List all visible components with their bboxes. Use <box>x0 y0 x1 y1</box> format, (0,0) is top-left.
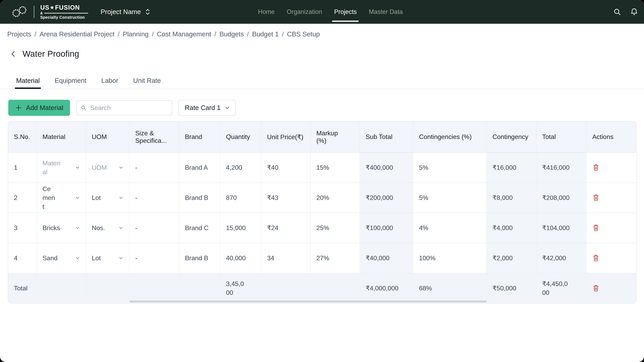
nav-item-label: Projects <box>334 8 356 15</box>
nav-item-label: Master Data <box>369 8 403 15</box>
cell-total: ₹208,000 <box>536 183 586 213</box>
tab-equipment[interactable]: Equipment <box>53 77 88 89</box>
uom-select-value: Lot <box>92 254 100 263</box>
delete-row-button[interactable] <box>592 224 600 232</box>
breadcrumb-arena-residential-project[interactable]: Arena Residential Project <box>40 30 114 38</box>
cell-quantity: 40,000 <box>220 243 261 273</box>
tab-material[interactable]: Material <box>15 77 41 89</box>
cell-actions <box>586 183 636 213</box>
unfold-chevrons-icon <box>145 9 150 15</box>
horizontal-scrollbar[interactable] <box>130 301 486 303</box>
cell-total: ₹416,000 <box>536 152 586 183</box>
add-material-label: Add Material <box>26 104 63 112</box>
cell-contingencies-pct: 5% <box>413 152 486 183</box>
nav-item-master-data[interactable]: Master Data <box>369 0 403 24</box>
nav-item-projects[interactable]: Projects <box>334 0 356 24</box>
col-header-material: Material <box>37 121 86 152</box>
cell-contingency: ₹4,000 <box>486 213 536 243</box>
infinity-dots-logo-icon <box>11 6 28 18</box>
total-quantity: 3,45,000 <box>220 273 261 303</box>
breadcrumb-budgets[interactable]: Budgets <box>219 30 244 38</box>
col-header-markup: Markup (%) <box>310 121 360 152</box>
breadcrumb-planning[interactable]: Planning <box>123 30 148 38</box>
cell-sub-total: ₹40,000 <box>360 243 413 273</box>
chevron-down-icon <box>75 255 80 261</box>
app-window: US ★ FUSION & Specialty Construction Pro… <box>0 0 644 362</box>
breadcrumb-cost-management[interactable]: Cost Management <box>157 30 211 38</box>
cell-sub-total: ₹100,000 <box>360 213 413 243</box>
trash-icon <box>592 224 600 232</box>
nav-item-home[interactable]: Home <box>258 0 275 24</box>
cell-sno: 3 <box>8 213 37 243</box>
tab-labor[interactable]: Labor <box>100 77 119 89</box>
trash-icon <box>592 254 600 262</box>
material-select[interactable]: Sand <box>42 254 80 263</box>
material-select[interactable]: Material <box>42 159 80 176</box>
material-select-value: Material <box>42 159 62 176</box>
nav-item-organization[interactable]: Organization <box>287 0 322 24</box>
uom-select[interactable]: Lot <box>92 193 124 202</box>
cell-markup: 27% <box>310 243 360 273</box>
breadcrumb-separator: / <box>247 30 249 38</box>
brand-ampersand: & <box>40 11 43 15</box>
delete-row-button[interactable] <box>592 194 600 202</box>
delete-row-button[interactable] <box>592 254 600 262</box>
cell-size: - <box>130 213 179 243</box>
tab-bar: Material Equipment Labor Unit Rate <box>0 77 644 89</box>
breadcrumb-separator: / <box>118 30 120 38</box>
breadcrumb-separator: / <box>152 30 154 38</box>
total-unit-price-empty <box>261 273 310 303</box>
total-markup-empty <box>310 273 360 303</box>
cell-contingencies-pct: 5% <box>413 183 486 213</box>
col-header-uom: UOM <box>86 121 130 152</box>
trash-icon <box>592 284 600 292</box>
total-contingencies-pct: 68% <box>413 273 486 303</box>
project-selector[interactable]: Project Name <box>100 8 150 16</box>
top-nav: US ★ FUSION & Specialty Construction Pro… <box>0 0 644 24</box>
materials-table: S.No. Material UOM Size & Specifica... B… <box>8 121 636 304</box>
breadcrumb: Projects / Arena Residential Project / P… <box>0 24 644 38</box>
delete-row-button[interactable] <box>592 284 600 292</box>
notifications-button[interactable] <box>629 6 640 17</box>
col-header-contingencies-pct: Contingencies (%) <box>413 121 486 152</box>
search-input[interactable] <box>90 104 168 112</box>
toolbar: Add Material Rate Card 1 <box>0 100 644 116</box>
material-select[interactable]: Bricks <box>42 223 80 232</box>
add-material-button[interactable]: Add Material <box>8 100 70 116</box>
col-header-total: Total <box>536 121 586 152</box>
col-header-brand: Brand <box>179 121 220 152</box>
chevron-down-icon <box>224 105 230 111</box>
material-select[interactable]: Cement <box>42 184 80 211</box>
cell-material: Cement <box>37 183 86 213</box>
total-actions <box>586 273 636 303</box>
chevron-down-icon <box>75 165 80 170</box>
tab-unit-rate[interactable]: Unit Rate <box>132 77 162 89</box>
brand-right: FUSION <box>55 4 80 11</box>
breadcrumb-projects[interactable]: Projects <box>7 30 31 38</box>
search-icon <box>80 104 86 111</box>
cell-sno: 2 <box>8 183 37 213</box>
active-nav-underline <box>332 20 359 22</box>
back-button[interactable] <box>10 50 17 58</box>
total-size-empty <box>130 273 179 303</box>
cell-actions <box>586 213 636 243</box>
cell-markup: 25% <box>310 213 360 243</box>
logo-text: US ★ FUSION & Specialty Construction <box>40 4 88 19</box>
brand-name: US ★ FUSION <box>40 4 88 11</box>
main-nav: Home Organization Projects Master Data <box>258 0 403 24</box>
uom-select[interactable]: Lot <box>92 254 124 263</box>
total-total: ₹4,450,000 <box>536 273 586 303</box>
page-title: Water Proofing <box>22 49 79 59</box>
uom-select[interactable]: UOM <box>92 163 124 172</box>
search-button[interactable] <box>612 6 623 17</box>
breadcrumb-budget-1[interactable]: Budget 1 <box>252 30 279 38</box>
delete-row-button[interactable] <box>592 163 600 172</box>
star-icon: ★ <box>50 5 54 10</box>
uom-select[interactable]: Nos. <box>92 223 124 232</box>
cell-uom: Nos. <box>86 213 130 243</box>
plus-icon <box>15 104 22 111</box>
material-select-value: Sand <box>42 254 58 263</box>
rate-card-dropdown[interactable]: Rate Card 1 <box>178 100 236 116</box>
breadcrumb-cbs-setup[interactable]: CBS Setup <box>287 30 320 38</box>
brand-tagline: Specialty Construction <box>40 15 88 19</box>
